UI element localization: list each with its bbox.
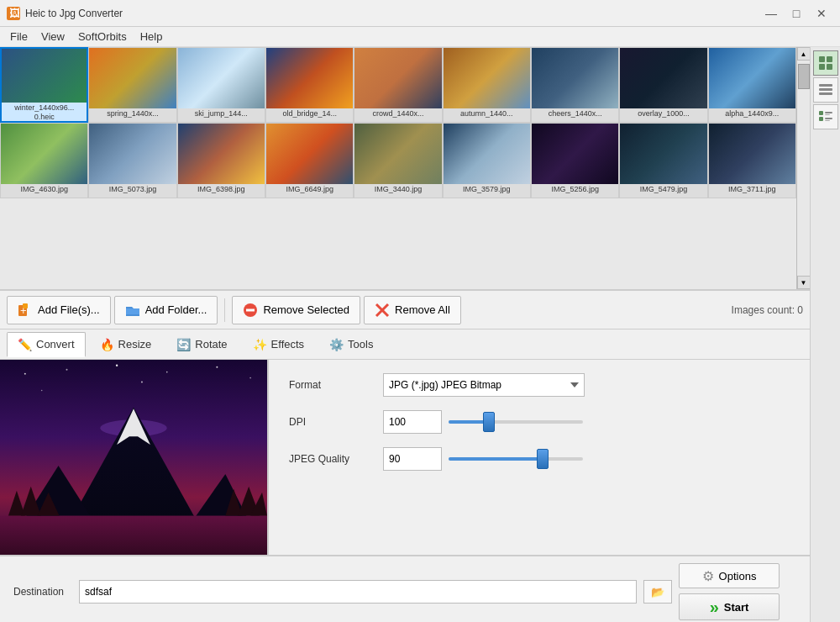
options-button[interactable]: ⚙ Options xyxy=(679,563,780,588)
dpi-input[interactable] xyxy=(383,410,442,434)
image-label: overlay_1000... xyxy=(620,108,706,119)
format-control: JPG (*.jpg) JPEG Bitmap PNG (*.png) PNG … xyxy=(383,373,790,397)
destination-input[interactable] xyxy=(79,580,637,604)
svg-rect-39 xyxy=(825,114,830,115)
add-folder-button[interactable]: Add Folder... xyxy=(114,296,218,324)
close-button[interactable]: ✕ xyxy=(810,2,833,25)
tab-effects[interactable]: ✨ Effects xyxy=(242,332,316,357)
settings-area: Format JPG (*.jpg) JPEG Bitmap PNG (*.pn… xyxy=(269,360,810,555)
add-files-button[interactable]: + Add File(s)... xyxy=(7,296,111,324)
scroll-thumb[interactable] xyxy=(798,64,810,89)
image-cell[interactable]: autumn_1440... xyxy=(443,47,531,123)
content-area: winter_1440x96...0.heicspring_1440x...sk… xyxy=(0,47,810,622)
tab-convert[interactable]: ✏️ Convert xyxy=(7,332,86,357)
add-folder-icon xyxy=(125,303,140,318)
image-cell[interactable]: alpha_1440x9... xyxy=(708,47,796,123)
jpeg-quality-slider-thumb[interactable] xyxy=(537,449,549,469)
image-cell[interactable]: IMG_5073.jpg xyxy=(88,123,176,198)
image-cell[interactable]: IMG_4630.jpg xyxy=(0,123,88,198)
image-cell[interactable]: overlay_1000... xyxy=(619,47,707,123)
tab-tools[interactable]: ⚙️ Tools xyxy=(318,332,384,357)
format-select[interactable]: JPG (*.jpg) JPEG Bitmap PNG (*.png) PNG … xyxy=(383,373,585,397)
image-grid: winter_1440x96...0.heicspring_1440x...sk… xyxy=(0,47,796,289)
destination-row: Destination 📂 ⚙ Options » Start xyxy=(13,563,796,620)
image-cell[interactable]: spring_1440x... xyxy=(88,47,176,123)
image-thumbnail xyxy=(709,124,795,184)
jpeg-quality-slider-track[interactable] xyxy=(449,457,583,461)
remove-selected-icon xyxy=(243,303,258,318)
svg-point-16 xyxy=(41,390,43,392)
image-cell[interactable]: IMG_6398.jpg xyxy=(177,123,265,198)
image-thumbnail xyxy=(709,48,795,108)
tools-tab-icon: ⚙️ xyxy=(329,338,344,351)
scroll-up-arrow[interactable]: ▲ xyxy=(797,47,811,61)
app-icon: 🖼 xyxy=(7,7,20,20)
start-button[interactable]: » Start xyxy=(679,593,780,620)
minimize-button[interactable]: — xyxy=(759,2,783,25)
tab-rotate[interactable]: 🔄 Rotate xyxy=(165,332,238,357)
image-thumbnail xyxy=(444,48,530,108)
image-cell[interactable]: crowd_1440x... xyxy=(354,47,442,123)
add-folder-label: Add Folder... xyxy=(145,303,207,316)
menu-file[interactable]: File xyxy=(3,29,34,45)
image-cell[interactable]: winter_1440x96...0.heic xyxy=(0,47,88,123)
image-cell[interactable]: old_bridge_14... xyxy=(265,47,354,123)
svg-point-15 xyxy=(249,377,251,379)
image-cell[interactable]: ski_jump_144... xyxy=(177,47,265,123)
image-label: IMG_6398.jpg xyxy=(178,184,265,194)
image-thumbnail xyxy=(1,124,87,184)
svg-rect-35 xyxy=(819,88,832,91)
svg-text:🖼: 🖼 xyxy=(9,8,19,19)
svg-point-17 xyxy=(141,382,143,383)
image-cell[interactable]: IMG_6649.jpg xyxy=(265,123,354,198)
jpeg-quality-input[interactable] xyxy=(383,447,442,471)
browse-button[interactable]: 📂 xyxy=(643,580,672,604)
image-label: IMG_5073.jpg xyxy=(89,184,176,194)
dpi-slider-track[interactable] xyxy=(449,420,583,424)
jpeg-quality-row: JPEG Quality xyxy=(289,447,790,471)
image-cell[interactable]: IMG_5256.jpg xyxy=(531,123,619,198)
image-label: IMG_6649.jpg xyxy=(266,184,353,194)
image-cell[interactable]: cheers_1440x... xyxy=(531,47,619,123)
image-cell[interactable]: IMG_3440.jpg xyxy=(354,123,442,198)
remove-selected-label: Remove Selected xyxy=(263,303,349,316)
menu-help[interactable]: Help xyxy=(134,29,170,45)
rotate-tab-label: Rotate xyxy=(195,338,227,351)
action-buttons-area: ⚙ Options » Start xyxy=(679,563,796,620)
image-label: IMG_5256.jpg xyxy=(532,184,618,194)
view-thumbnail-button[interactable] xyxy=(813,50,838,76)
maximize-button[interactable]: □ xyxy=(785,2,808,25)
image-thumbnail xyxy=(620,48,706,108)
dpi-control xyxy=(383,410,790,434)
image-cell[interactable]: IMG_3711.jpg xyxy=(708,123,796,198)
image-label: winter_1440x96... xyxy=(2,103,87,112)
menu-view[interactable]: View xyxy=(34,29,71,45)
svg-point-14 xyxy=(216,366,218,368)
image-cell[interactable]: IMG_3579.jpg xyxy=(443,123,531,198)
dpi-slider-thumb[interactable] xyxy=(483,412,495,432)
tab-resize[interactable]: 🔥 Resize xyxy=(89,332,163,357)
svg-point-10 xyxy=(24,373,26,375)
svg-rect-33 xyxy=(827,64,832,70)
scroll-down-arrow[interactable]: ▼ xyxy=(797,276,811,289)
image-label: IMG_3579.jpg xyxy=(444,184,530,194)
start-label: Start xyxy=(724,601,749,614)
svg-point-13 xyxy=(166,372,168,373)
image-label: alpha_1440x9... xyxy=(709,108,795,119)
jpeg-quality-control xyxy=(383,447,790,471)
remove-all-button[interactable]: Remove All xyxy=(364,296,461,324)
effects-tab-icon: ✨ xyxy=(253,338,267,351)
svg-rect-40 xyxy=(819,117,823,121)
toolbar-separator-1 xyxy=(224,298,225,322)
tools-tab-label: Tools xyxy=(348,338,373,351)
image-sublabel: 0.heic xyxy=(2,112,87,121)
svg-rect-32 xyxy=(819,64,825,70)
view-list-button[interactable] xyxy=(813,77,838,103)
menu-softorbits[interactable]: SoftOrbits xyxy=(71,29,134,45)
image-grid-container: winter_1440x96...0.heicspring_1440x...sk… xyxy=(0,47,810,291)
image-cell[interactable]: IMG_5479.jpg xyxy=(619,123,707,198)
svg-point-11 xyxy=(66,369,68,371)
grid-scrollbar: ▲ ▼ xyxy=(796,47,810,289)
remove-selected-button[interactable]: Remove Selected xyxy=(232,296,360,324)
view-details-button[interactable] xyxy=(813,104,838,129)
